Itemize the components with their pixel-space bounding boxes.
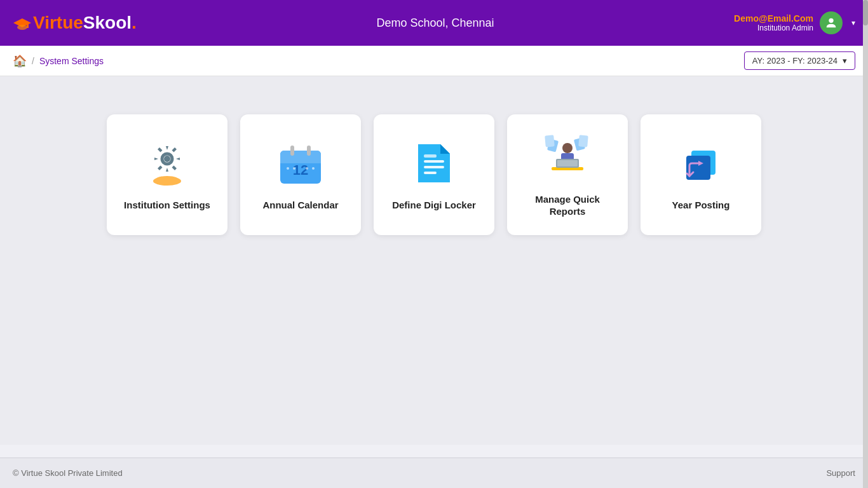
svg-rect-29	[545, 135, 555, 147]
card-manage-quick-reports[interactable]: Manage Quick Reports	[507, 114, 628, 235]
footer: © Virtue Skool Private Limited Support	[0, 458, 868, 488]
school-name: Demo School, Chennai	[376, 17, 494, 30]
main-content: Institution Settings 12	[0, 76, 868, 445]
year-posting-label: Year Posting	[672, 199, 730, 212]
institution-settings-label: Institution Settings	[124, 199, 210, 212]
svg-text:12: 12	[293, 162, 308, 178]
svg-rect-10	[290, 146, 294, 156]
institution-settings-icon	[142, 138, 193, 189]
header: VirtueSkool. Demo School, Chennai Demo@E…	[0, 0, 868, 46]
define-digi-locker-label: Define Digi Locker	[392, 199, 476, 212]
user-email: Demo@Email.Com	[734, 13, 813, 24]
year-posting-icon	[675, 138, 726, 189]
svg-point-5	[164, 156, 170, 162]
svg-rect-20	[424, 154, 437, 158]
logo[interactable]: VirtueSkool.	[13, 13, 137, 33]
user-text: Demo@Email.Com Institution Admin	[734, 13, 813, 32]
card-institution-settings[interactable]: Institution Settings	[107, 114, 227, 235]
scrollbar-thumb[interactable]	[863, 0, 868, 25]
svg-rect-19	[424, 172, 437, 174]
svg-point-22	[562, 143, 573, 153]
svg-point-3	[829, 18, 833, 23]
scrollbar[interactable]	[863, 0, 868, 488]
card-annual-calendar[interactable]: 12 Annual Calendar	[240, 114, 361, 235]
logo-dot: .	[132, 13, 137, 32]
home-icon[interactable]: 🏠	[13, 54, 27, 68]
user-dropdown-arrow[interactable]: ▾	[851, 18, 855, 27]
avatar[interactable]	[820, 11, 843, 34]
cards-container: Institution Settings 12	[107, 102, 761, 235]
svg-point-2	[17, 25, 27, 30]
manage-quick-reports-icon	[542, 132, 593, 183]
footer-support[interactable]: Support	[826, 468, 855, 478]
breadcrumb: 🏠 / System Settings	[13, 54, 104, 68]
user-role: Institution Admin	[757, 24, 813, 32]
svg-rect-11	[307, 146, 311, 156]
logo-skool-text: Skool	[83, 13, 132, 32]
breadcrumb-bar: 🏠 / System Settings AY: 2023 - FY: 2023-…	[0, 46, 868, 76]
avatar-icon	[824, 16, 838, 30]
ay-dropdown-arrow[interactable]: ▾	[843, 56, 847, 65]
annual-calendar-icon: 12	[275, 138, 326, 189]
card-define-digi-locker[interactable]: Define Digi Locker	[374, 114, 494, 235]
svg-rect-17	[424, 160, 444, 163]
manage-quick-reports-label: Manage Quick Reports	[520, 193, 615, 218]
svg-rect-25	[557, 160, 578, 166]
svg-point-13	[287, 167, 289, 170]
svg-point-14	[293, 167, 295, 170]
breadcrumb-separator: /	[32, 56, 34, 66]
footer-copyright: © Virtue Skool Private Limited	[13, 468, 123, 478]
annual-calendar-label: Annual Calendar	[262, 199, 338, 212]
svg-rect-18	[424, 166, 444, 168]
breadcrumb-current-page: System Settings	[39, 56, 104, 66]
define-digi-locker-icon	[409, 138, 459, 189]
svg-rect-27	[578, 135, 588, 147]
svg-point-16	[312, 167, 315, 170]
card-year-posting[interactable]: Year Posting	[641, 114, 761, 235]
ay-label: AY: 2023 - FY: 2023-24	[752, 56, 837, 65]
svg-point-15	[306, 167, 308, 170]
ay-selector[interactable]: AY: 2023 - FY: 2023-24 ▾	[744, 51, 855, 70]
user-info-section[interactable]: Demo@Email.Com Institution Admin ▾	[734, 11, 855, 34]
logo-virtue-text: Virtue	[13, 13, 83, 32]
